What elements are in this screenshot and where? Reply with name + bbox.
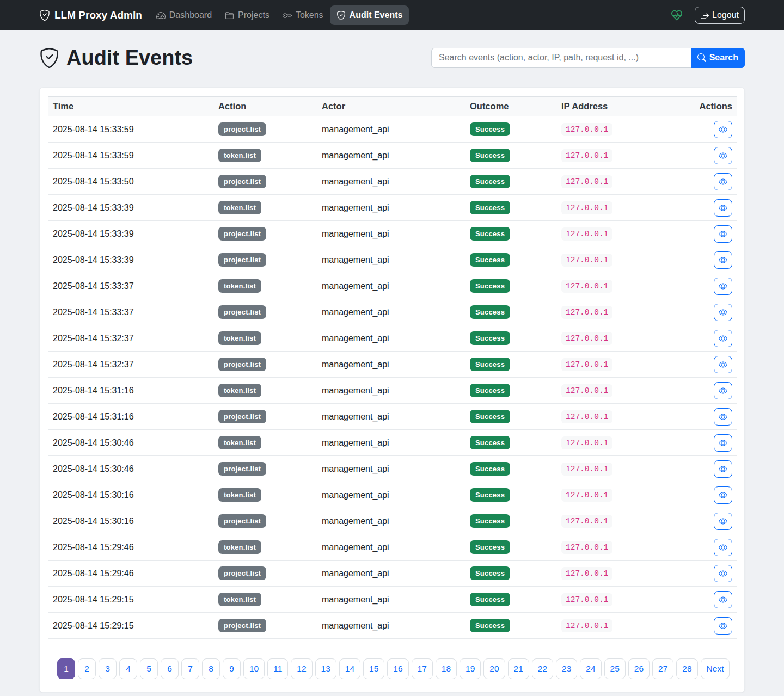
cell-outcome: Success [465, 534, 557, 561]
page-8[interactable]: 8 [202, 658, 220, 679]
view-event-button[interactable] [714, 460, 732, 478]
table-row: 2025-08-14 15:33:39project.listmanagemen… [48, 221, 737, 247]
cell-actions [693, 116, 737, 143]
table-row: 2025-08-14 15:33:37token.listmanagement_… [48, 273, 737, 299]
page-next[interactable]: Next [701, 658, 730, 679]
page-10[interactable]: 10 [243, 658, 265, 679]
audit-events-card: TimeActionActorOutcomeIP AddressActions … [39, 87, 745, 693]
page-7[interactable]: 7 [181, 658, 199, 679]
cell-time: 2025-08-14 15:33:37 [48, 273, 214, 299]
search-button[interactable]: Search [691, 48, 745, 68]
view-event-button[interactable] [714, 591, 732, 608]
cell-outcome: Success [465, 247, 557, 273]
cell-ip: 127.0.0.1 [557, 195, 693, 221]
page-17[interactable]: 17 [412, 658, 433, 679]
cell-time: 2025-08-14 15:29:15 [48, 613, 214, 639]
outcome-badge: Success [470, 514, 510, 528]
action-badge: token.list [218, 436, 261, 449]
speedometer-icon [156, 11, 166, 20]
page-22[interactable]: 22 [532, 658, 553, 679]
cell-action: project.list [214, 456, 317, 482]
view-event-button[interactable] [714, 278, 732, 295]
ip-address: 127.0.0.1 [561, 306, 612, 319]
eye-icon [719, 543, 727, 552]
nav-item-audit-events[interactable]: Audit Events [330, 5, 409, 25]
view-event-button[interactable] [714, 356, 732, 373]
outcome-badge: Success [470, 305, 510, 319]
page-9[interactable]: 9 [223, 658, 241, 679]
page-3[interactable]: 3 [99, 658, 117, 679]
view-event-button[interactable] [714, 225, 732, 243]
cell-outcome: Success [465, 195, 557, 221]
cell-actions [693, 352, 737, 378]
ip-address: 127.0.0.1 [561, 332, 612, 345]
action-badge: project.list [218, 227, 266, 241]
nav-item-dashboard[interactable]: Dashboard [150, 5, 218, 25]
page-13[interactable]: 13 [315, 658, 336, 679]
cell-action: project.list [214, 221, 317, 247]
page-27[interactable]: 27 [652, 658, 673, 679]
logout-label: Logout [712, 10, 739, 20]
page-15[interactable]: 15 [363, 658, 384, 679]
page-16[interactable]: 16 [387, 658, 408, 679]
view-event-button[interactable] [714, 486, 732, 504]
cell-outcome: Success [465, 169, 557, 195]
view-event-button[interactable] [714, 513, 732, 530]
cell-ip: 127.0.0.1 [557, 325, 693, 352]
cell-actions [693, 169, 737, 195]
view-event-button[interactable] [714, 147, 732, 164]
cell-actions [693, 404, 737, 430]
table-row: 2025-08-14 15:29:15project.listmanagemen… [48, 613, 737, 639]
view-event-button[interactable] [714, 251, 732, 269]
view-event-button[interactable] [714, 382, 732, 399]
outcome-badge: Success [470, 436, 510, 449]
search-input[interactable] [431, 48, 691, 68]
view-event-button[interactable] [714, 304, 732, 321]
view-event-button[interactable] [714, 408, 732, 426]
view-event-button[interactable] [714, 565, 732, 582]
outcome-badge: Success [470, 331, 510, 345]
page-21[interactable]: 21 [508, 658, 529, 679]
table-row: 2025-08-14 15:31:16project.listmanagemen… [48, 404, 737, 430]
view-event-button[interactable] [714, 199, 732, 217]
cell-actions [693, 534, 737, 561]
cell-outcome: Success [465, 456, 557, 482]
key-icon [283, 11, 292, 20]
eye-icon [719, 621, 727, 630]
view-event-button[interactable] [714, 121, 732, 138]
view-event-button[interactable] [714, 434, 732, 452]
main-content: Audit Events Search TimeActionActorOutco… [0, 46, 784, 693]
page-28[interactable]: 28 [676, 658, 697, 679]
page-1[interactable]: 1 [57, 658, 75, 679]
view-event-button[interactable] [714, 617, 732, 635]
cell-ip: 127.0.0.1 [557, 534, 693, 561]
page-23[interactable]: 23 [556, 658, 577, 679]
page-2[interactable]: 2 [78, 658, 96, 679]
page-4[interactable]: 4 [119, 658, 137, 679]
cell-ip: 127.0.0.1 [557, 116, 693, 143]
page-5[interactable]: 5 [140, 658, 158, 679]
cell-time: 2025-08-14 15:31:16 [48, 404, 214, 430]
page-24[interactable]: 24 [580, 658, 601, 679]
cell-outcome: Success [465, 613, 557, 639]
nav-item-tokens[interactable]: Tokens [276, 5, 330, 25]
view-event-button[interactable] [714, 330, 732, 347]
page-19[interactable]: 19 [460, 658, 481, 679]
page-12[interactable]: 12 [291, 658, 312, 679]
page-18[interactable]: 18 [436, 658, 457, 679]
brand[interactable]: LLM Proxy Admin [39, 9, 142, 21]
page-25[interactable]: 25 [604, 658, 626, 679]
page-20[interactable]: 20 [483, 658, 505, 679]
logout-button[interactable]: Logout [695, 7, 745, 24]
outcome-badge: Success [470, 619, 510, 632]
page-11[interactable]: 11 [267, 658, 288, 679]
outcome-badge: Success [470, 488, 510, 502]
nav-item-projects[interactable]: Projects [218, 5, 276, 25]
view-event-button[interactable] [714, 173, 732, 190]
cell-time: 2025-08-14 15:33:37 [48, 299, 214, 325]
view-event-button[interactable] [714, 539, 732, 556]
page-26[interactable]: 26 [628, 658, 650, 679]
page-14[interactable]: 14 [339, 658, 360, 679]
column-header-outcome: Outcome [465, 97, 557, 116]
page-6[interactable]: 6 [161, 658, 179, 679]
